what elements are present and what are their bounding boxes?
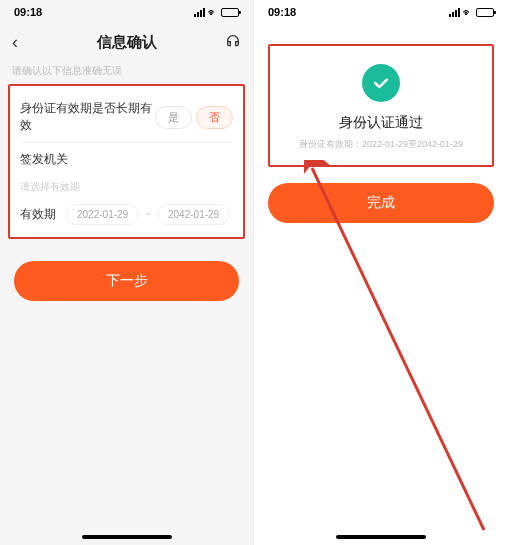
next-button[interactable]: 下一步 <box>14 261 239 301</box>
phone-screen-right: 09:18 ᯤ 身份认证通过 身份证有效期：2022-01-29至2042-01… <box>254 0 508 545</box>
result-subtitle: 身份证有效期：2022-01-29至2042-01-29 <box>270 138 492 151</box>
phone-screen-left: 09:18 ᯤ ‹ 信息确认 请确认以下信息准确无误 身份证有效期是否长期有效 … <box>0 0 254 545</box>
status-time: 09:18 <box>268 6 296 18</box>
confirm-hint: 请确认以下信息准确无误 <box>0 60 253 84</box>
signal-icon <box>449 8 460 17</box>
option-yes[interactable]: 是 <box>155 106 192 129</box>
long-term-toggle: 是 否 <box>155 106 233 129</box>
status-time: 09:18 <box>14 6 42 18</box>
result-title: 身份认证通过 <box>270 114 492 132</box>
long-term-label: 身份证有效期是否长期有效 <box>20 100 155 134</box>
status-bar: 09:18 ᯤ <box>0 0 253 24</box>
validity-label: 有效期 <box>20 206 56 223</box>
home-indicator <box>82 535 172 539</box>
signal-icon <box>194 8 205 17</box>
date-start-pill[interactable]: 2022-01-29 <box>66 204 139 225</box>
back-icon[interactable]: ‹ <box>12 32 32 53</box>
issuer-label: 签发机关 <box>20 151 68 168</box>
long-term-row: 身份证有效期是否长期有效 是 否 <box>10 92 243 142</box>
check-circle-icon <box>362 64 400 102</box>
wifi-icon: ᯤ <box>463 7 473 18</box>
wifi-icon: ᯤ <box>208 7 218 18</box>
page-title: 信息确认 <box>32 33 221 52</box>
period-hint: 请选择有效期 <box>10 176 243 198</box>
form-card: 身份证有效期是否长期有效 是 否 签发机关 请选择有效期 有效期 2022-01… <box>8 84 245 239</box>
support-icon[interactable] <box>221 33 241 52</box>
status-icons: ᯤ <box>449 7 494 18</box>
nav-bar: ‹ 信息确认 <box>0 24 253 60</box>
home-indicator <box>336 535 426 539</box>
status-icons: ᯤ <box>194 7 239 18</box>
battery-icon <box>476 8 494 17</box>
battery-icon <box>221 8 239 17</box>
date-separator: ~ <box>145 209 151 220</box>
done-button[interactable]: 完成 <box>268 183 494 223</box>
date-end-pill[interactable]: 2042-01-29 <box>157 204 230 225</box>
validity-row: 有效期 2022-01-29 ~ 2042-01-29 <box>10 198 243 229</box>
option-no[interactable]: 否 <box>196 106 233 129</box>
status-bar: 09:18 ᯤ <box>254 0 508 24</box>
issuer-row[interactable]: 签发机关 <box>10 143 243 176</box>
result-card: 身份认证通过 身份证有效期：2022-01-29至2042-01-29 <box>268 44 494 167</box>
